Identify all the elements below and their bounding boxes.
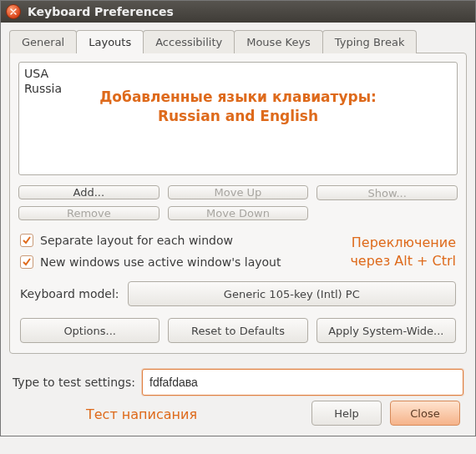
reset-defaults-button[interactable]: Reset to Defaults xyxy=(168,318,307,343)
close-button[interactable]: Close xyxy=(390,401,460,426)
window-body: General Layouts Accessibility Mouse Keys… xyxy=(1,23,475,436)
layout-action-buttons: Add... Remove Move Up Move Down Show... xyxy=(18,185,458,220)
type-to-test-label: Type to test settings: xyxy=(13,376,135,389)
tab-accessibility[interactable]: Accessibility xyxy=(143,30,235,53)
tab-layouts[interactable]: Layouts xyxy=(76,30,144,53)
close-icon xyxy=(10,8,17,15)
keyboard-model-button[interactable]: Generic 105-key (Intl) PC xyxy=(128,281,456,306)
layout-options-checks: Separate layout for each window New wind… xyxy=(20,234,281,269)
move-down-button[interactable]: Move Down xyxy=(168,206,309,220)
help-button[interactable]: Help xyxy=(311,401,382,426)
layouts-panel: USA Russia Добавленные языки клавиатуры:… xyxy=(9,53,467,354)
options-button[interactable]: Options... xyxy=(20,318,160,343)
titlebar: Keyboard Preferences xyxy=(1,1,475,23)
window-close-button[interactable] xyxy=(6,4,21,19)
separate-layout-checkbox[interactable]: Separate layout for each window xyxy=(20,234,281,247)
new-windows-checkbox[interactable]: New windows use active window's layout xyxy=(20,255,281,269)
keyboard-model-label: Keyboard model: xyxy=(20,287,119,300)
annotation-test-caption: Тест написания xyxy=(86,406,197,422)
remove-button[interactable]: Remove xyxy=(18,206,160,220)
list-item[interactable]: USA xyxy=(24,66,452,81)
tab-typing-break[interactable]: Typing Break xyxy=(322,30,418,53)
apply-system-wide-button[interactable]: Apply System-Wide... xyxy=(316,318,456,343)
tab-general[interactable]: General xyxy=(9,30,77,53)
checkbox-label: New windows use active window's layout xyxy=(40,255,281,269)
checkbox-icon xyxy=(20,255,33,269)
checkbox-icon xyxy=(20,234,33,247)
add-button[interactable]: Add... xyxy=(18,185,160,199)
window-title: Keyboard Preferences xyxy=(28,5,174,18)
layouts-list[interactable]: USA Russia Добавленные языки клавиатуры:… xyxy=(18,62,458,175)
show-button[interactable]: Show... xyxy=(316,185,458,200)
keyboard-preferences-window: Keyboard Preferences General Layouts Acc… xyxy=(0,0,476,436)
move-up-button[interactable]: Move Up xyxy=(168,185,309,199)
tab-bar: General Layouts Accessibility Mouse Keys… xyxy=(9,29,467,53)
annotation-added-languages: Добавленные языки клавиатуры: Russian an… xyxy=(19,88,457,126)
annotation-switch-hotkey: Переключение через Alt + Ctrl xyxy=(350,234,456,270)
tab-mouse-keys[interactable]: Mouse Keys xyxy=(234,30,323,53)
checkbox-label: Separate layout for each window xyxy=(40,234,233,247)
type-to-test-input[interactable] xyxy=(142,369,463,396)
